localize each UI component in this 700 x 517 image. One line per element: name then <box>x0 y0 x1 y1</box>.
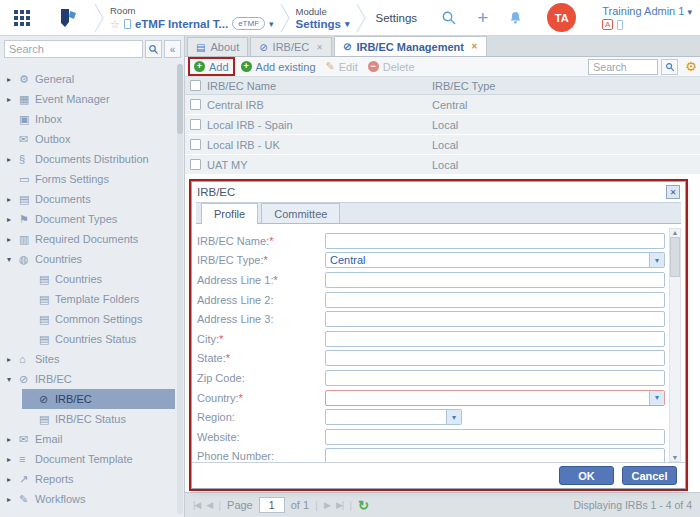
close-tab-icon[interactable]: ✕ <box>316 43 323 52</box>
dialog-tab-committee[interactable]: Committee <box>261 203 340 223</box>
sidebar-item-inbox[interactable]: ▣Inbox <box>0 109 184 129</box>
expander-icon[interactable]: ▸ <box>7 75 19 84</box>
sidebar-item-document-template[interactable]: ▸≡Document Template <box>0 449 184 469</box>
expander-icon[interactable]: ▸ <box>7 495 19 504</box>
scrollbar-thumb[interactable] <box>670 237 680 277</box>
city-input[interactable] <box>325 331 665 347</box>
select-all-checkbox[interactable] <box>190 80 201 91</box>
user-menu[interactable]: Training Admin 1 ▾ A <box>602 5 692 30</box>
module-value[interactable]: Settings <box>296 18 341 30</box>
room-caret-icon[interactable]: ▾ <box>269 18 274 30</box>
favorite-star-icon[interactable]: ☆ <box>110 18 120 30</box>
collapse-arrow-icon[interactable]: ▾ <box>7 375 19 384</box>
grid-search-input[interactable] <box>588 59 658 75</box>
sidebar-item-reports[interactable]: ▸↗Reports <box>0 469 184 489</box>
first-page-icon[interactable]: |◀ <box>193 500 200 510</box>
search-icon[interactable] <box>441 10 457 26</box>
room-selector[interactable]: Room ☆ eTMF Internal T... eTMF ▾ <box>110 5 274 30</box>
sidebar-item-outbox[interactable]: ✉Outbox <box>0 129 184 149</box>
row-checkbox[interactable] <box>190 159 201 170</box>
page-number-input[interactable] <box>259 497 285 513</box>
dialog-close-icon[interactable]: ✕ <box>666 185 680 199</box>
phone-number-input[interactable] <box>325 448 665 462</box>
user-caret-icon[interactable]: ▾ <box>687 7 692 17</box>
add-icon[interactable]: + <box>477 9 488 27</box>
expander-icon[interactable]: ▸ <box>7 235 19 244</box>
sidebar-item-required-documents[interactable]: ▸▥Required Documents <box>0 229 184 249</box>
sidebar-item-countries[interactable]: ▾◍Countries <box>0 249 184 269</box>
collapse-arrow-icon[interactable]: ▾ <box>7 255 19 264</box>
add-existing-button[interactable]: + Add existing <box>241 61 316 73</box>
notifications-bell-icon[interactable] <box>508 10 523 25</box>
region-select[interactable]: ▾ <box>325 409 462 425</box>
form-scrollbar[interactable]: ▲ ▼ <box>669 228 681 462</box>
irbec-name-input[interactable] <box>325 233 665 249</box>
cancel-button[interactable]: Cancel <box>622 466 677 485</box>
tab-irbec[interactable]: ⊘ IRB/EC ✕ <box>250 37 332 56</box>
table-row[interactable]: Local IRB - UK Local <box>185 135 700 155</box>
scroll-up-icon[interactable]: ▲ <box>672 229 679 236</box>
close-tab-icon[interactable]: ✕ <box>471 42 478 51</box>
module-selector[interactable]: Module Settings ▾ <box>296 6 350 30</box>
edit-button[interactable]: ✎ Edit <box>326 60 358 73</box>
table-row[interactable]: Local IRB - Spain Local <box>185 115 700 135</box>
sidebar-item-documents[interactable]: ▸▤Documents <box>0 189 184 209</box>
sidebar-item-template-folders[interactable]: ▤Template Folders <box>0 289 184 309</box>
sidebar-item-countries-status[interactable]: ▤Countries Status <box>0 329 184 349</box>
grid-settings-gear-icon[interactable]: ⚙ <box>685 59 697 74</box>
address-line-1-input[interactable] <box>325 272 665 288</box>
expander-icon[interactable]: ▸ <box>7 455 19 464</box>
next-page-icon[interactable]: ▶ <box>324 500 330 510</box>
sidebar-item-sites[interactable]: ▸⌂Sites <box>0 349 184 369</box>
expander-icon[interactable]: ▸ <box>7 355 19 364</box>
row-checkbox[interactable] <box>190 139 201 150</box>
chevron-down-icon[interactable]: ▾ <box>649 253 664 267</box>
table-row[interactable]: UAT MY Local <box>185 155 700 175</box>
row-checkbox[interactable] <box>190 119 201 130</box>
sidebar-scrollbar[interactable] <box>177 64 183 514</box>
sidebar-search-input[interactable] <box>4 40 143 58</box>
tab-about[interactable]: ▤ About <box>187 37 248 56</box>
irbec-type-select[interactable]: Central▾ <box>325 252 665 268</box>
chevron-down-icon[interactable]: ▾ <box>649 391 664 405</box>
module-caret-icon[interactable]: ▾ <box>345 18 350 30</box>
expander-icon[interactable]: ▸ <box>7 215 19 224</box>
sidebar-item-irbec[interactable]: ▾⊘IRB/EC <box>0 369 184 389</box>
chevron-down-icon[interactable]: ▾ <box>446 410 461 424</box>
delete-button[interactable]: − Delete <box>368 61 415 73</box>
app-grid-icon[interactable] <box>10 6 34 30</box>
website-input[interactable] <box>325 429 665 445</box>
add-button[interactable]: + Add <box>194 61 229 73</box>
sidebar-item-documents-distribution[interactable]: ▸§Documents Distribution <box>0 149 184 169</box>
row-checkbox[interactable] <box>190 99 201 110</box>
sidebar-item-general[interactable]: ▸⚙General <box>0 69 184 89</box>
zip-code-input[interactable] <box>325 370 665 386</box>
address-line-3-input[interactable] <box>325 311 665 327</box>
expander-icon[interactable]: ▸ <box>7 95 19 104</box>
sidebar-item-irbec-child[interactable]: ⊘IRB/EC <box>22 389 175 409</box>
refresh-icon[interactable]: ↻ <box>358 498 369 513</box>
expander-icon[interactable]: ▸ <box>7 475 19 484</box>
sidebar-item-irbec-status[interactable]: ▤IRB/EC Status <box>0 409 184 429</box>
sidebar-item-email[interactable]: ▸✉Email <box>0 429 184 449</box>
state-input[interactable] <box>325 350 665 366</box>
table-row[interactable]: Central IRB Central <box>185 95 700 115</box>
tab-irbec-management[interactable]: ⊘ IRB/EC Management ✕ <box>334 36 487 56</box>
sidebar-search-button[interactable] <box>145 40 162 58</box>
scroll-down-icon[interactable]: ▼ <box>672 454 679 461</box>
expander-icon[interactable]: ▸ <box>7 195 19 204</box>
sidebar-collapse-button[interactable]: « <box>164 40 181 58</box>
room-name[interactable]: eTMF Internal T... <box>135 18 228 30</box>
sidebar-item-document-types[interactable]: ▸⚑Document Types <box>0 209 184 229</box>
previous-page-icon[interactable]: ◀ <box>206 500 212 510</box>
dialog-tab-profile[interactable]: Profile <box>201 203 258 224</box>
sidebar-item-forms-settings[interactable]: ▭Forms Settings <box>0 169 184 189</box>
expander-icon[interactable]: ▸ <box>7 155 19 164</box>
ok-button[interactable]: OK <box>559 466 614 485</box>
address-line-2-input[interactable] <box>325 292 665 308</box>
sidebar-item-event-manager[interactable]: ▸▦Event Manager <box>0 89 184 109</box>
grid-search-button[interactable] <box>661 59 678 75</box>
column-header-name[interactable]: IRB/EC Name <box>207 80 276 92</box>
sidebar-item-countries-child[interactable]: ▤Countries <box>0 269 184 289</box>
sidebar-item-workflows[interactable]: ▸✎Workflows <box>0 489 184 509</box>
